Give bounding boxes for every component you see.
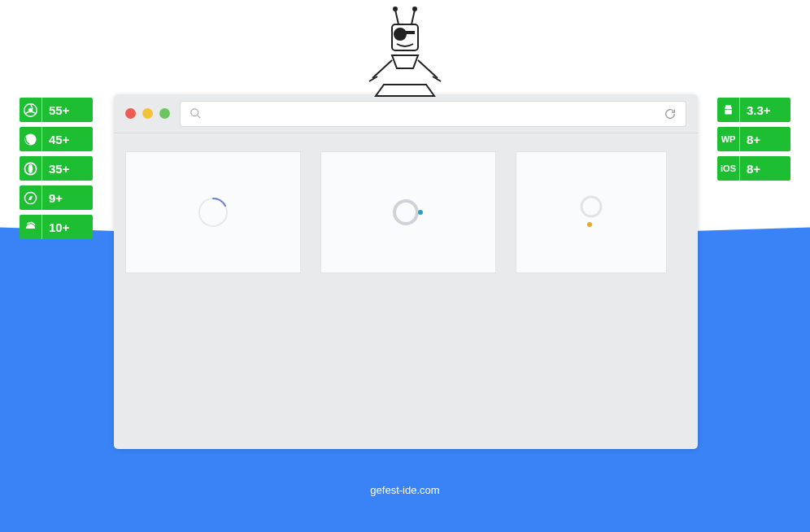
chrome-icon <box>20 98 42 122</box>
search-icon <box>187 107 203 120</box>
svg-rect-6 <box>405 31 415 34</box>
badge-wp-version: 8+ <box>740 127 790 151</box>
svg-point-26 <box>587 222 592 227</box>
android-icon <box>717 98 740 122</box>
svg-point-5 <box>394 28 406 40</box>
badge-android-version: 3.3+ <box>740 98 790 122</box>
maximize-icon[interactable] <box>159 108 170 119</box>
wp-icon: WP <box>717 127 740 151</box>
platform-support-right: 3.3+ WP 8+ iOS 8+ <box>717 98 790 181</box>
url-input[interactable] <box>203 107 661 120</box>
badge-opera: 35+ <box>20 156 93 181</box>
badge-ios-version: 8+ <box>740 156 790 181</box>
browser-viewport <box>114 133 698 291</box>
badge-android: 3.3+ <box>717 98 790 122</box>
badge-wp: WP 8+ <box>717 127 790 151</box>
browser-support-left: 55+ 45+ 35+ 9+ 10+ <box>20 98 93 239</box>
svg-line-1 <box>412 10 415 24</box>
svg-line-8 <box>418 60 438 78</box>
badge-chrome: 55+ <box>20 98 93 122</box>
minimize-icon[interactable] <box>142 108 153 119</box>
badge-ios: iOS 8+ <box>717 156 790 181</box>
window-traffic-lights <box>125 108 170 119</box>
footer-link[interactable]: gefest-ide.com <box>0 484 810 496</box>
badge-firefox-version: 45+ <box>42 127 93 151</box>
preview-card-2 <box>320 151 496 273</box>
badge-opera-version: 35+ <box>42 156 93 181</box>
svg-point-2 <box>394 7 397 11</box>
badge-firefox: 45+ <box>20 127 93 151</box>
refresh-icon[interactable] <box>661 107 679 120</box>
svg-point-3 <box>413 7 416 11</box>
spinner-dot-icon <box>575 192 608 233</box>
badge-safari: 9+ <box>20 185 93 210</box>
close-icon[interactable] <box>125 108 136 119</box>
svg-rect-17 <box>725 109 732 114</box>
spinner-orbit-icon <box>388 196 429 229</box>
badge-ie: 10+ <box>20 215 93 239</box>
browser-titlebar <box>114 94 698 133</box>
svg-line-0 <box>395 10 398 24</box>
preview-card-1 <box>125 151 301 273</box>
firefox-icon <box>20 127 42 151</box>
opera-icon <box>20 156 42 181</box>
ie-icon <box>20 215 42 239</box>
svg-point-24 <box>418 210 423 215</box>
mascot-robot <box>356 7 454 98</box>
badge-chrome-version: 55+ <box>42 98 93 122</box>
safari-icon <box>20 185 42 210</box>
ios-icon: iOS <box>717 156 740 181</box>
svg-point-13 <box>24 133 36 145</box>
svg-point-25 <box>581 197 601 216</box>
browser-window <box>114 94 698 449</box>
svg-point-23 <box>394 201 417 224</box>
spinner-arc-icon <box>195 194 231 230</box>
badge-safari-version: 9+ <box>42 185 93 210</box>
badge-ie-version: 10+ <box>42 215 93 239</box>
svg-line-21 <box>197 115 200 118</box>
address-bar[interactable] <box>180 101 686 127</box>
svg-point-20 <box>190 109 198 116</box>
preview-card-3 <box>516 151 667 273</box>
svg-line-7 <box>372 60 392 78</box>
svg-point-15 <box>28 164 33 172</box>
